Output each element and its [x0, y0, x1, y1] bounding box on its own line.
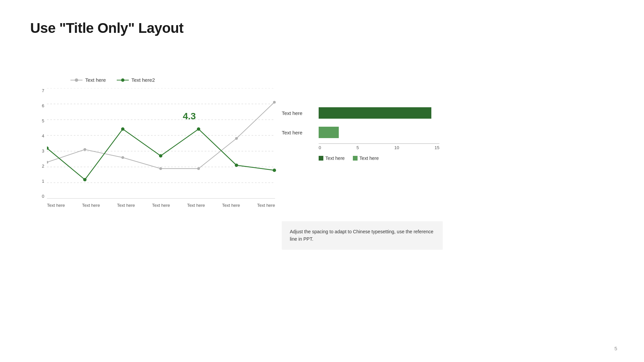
x-label-3: Text here: [152, 203, 170, 208]
x-label-4: Text here: [187, 203, 205, 208]
bar-chart-legend: Text here Text here: [319, 156, 449, 161]
x-label-6: Text here: [257, 203, 275, 208]
bar-legend-item-1: Text here: [319, 156, 345, 161]
page-title: Use "Title Only" Layout: [30, 20, 183, 36]
bar1-fill: [319, 107, 431, 119]
svg-point-14: [273, 101, 276, 104]
line-chart-legend: Text here Text here2: [70, 77, 292, 83]
bar-x-labels: 0 5 10 15: [319, 145, 439, 150]
svg-point-8: [47, 161, 48, 164]
svg-point-18: [159, 154, 162, 158]
note-box: Adjust the spacing to adapt to Chinese t…: [282, 221, 443, 250]
line-chart-container: Text here Text here2 0 1 2 3 4 5 6 7: [30, 77, 292, 238]
bar-x-15: 15: [435, 145, 439, 150]
y-label-7: 7: [30, 88, 47, 93]
line-chart-svg: [47, 88, 288, 202]
bar-x-axis-line: [319, 143, 439, 144]
x-label-0: Text here: [47, 203, 65, 208]
y-label-5: 5: [30, 118, 47, 123]
bar-chart-container: Text here Text here 0 5 10 15 Text here …: [282, 107, 449, 201]
x-label-5: Text here: [222, 203, 240, 208]
bar1-label: Text here: [282, 110, 303, 116]
bar2-fill: [319, 127, 339, 138]
y-label-4: 4: [30, 133, 47, 138]
svg-point-19: [197, 127, 200, 131]
x-label-2: Text here: [117, 203, 135, 208]
bar-legend-sq-dark: [319, 156, 323, 161]
y-label-1: 1: [30, 179, 47, 184]
bar-x-5: 5: [357, 145, 359, 150]
y-label-6: 6: [30, 103, 47, 108]
x-label-1: Text here: [82, 203, 100, 208]
svg-point-9: [84, 148, 86, 151]
bar-legend-label2: Text here: [360, 156, 379, 161]
page-number: 5: [614, 346, 617, 351]
y-label-3: 3: [30, 148, 47, 154]
bar-legend-label1: Text here: [325, 156, 345, 161]
svg-point-17: [121, 127, 124, 131]
bar2-label: Text here: [282, 130, 303, 135]
legend-item-series1: Text here: [70, 77, 106, 83]
annotation-label: 4.3: [183, 111, 196, 122]
svg-point-10: [121, 156, 124, 159]
line-chart-plot: 0 1 2 3 4 5 6 7: [30, 88, 292, 222]
svg-point-12: [197, 167, 200, 170]
y-label-0: 0: [30, 194, 47, 199]
bar-x-0: 0: [319, 145, 321, 150]
y-label-2: 2: [30, 164, 47, 169]
legend-series2-label: Text here2: [131, 77, 155, 83]
bar-legend-item-2: Text here: [353, 156, 379, 161]
bar-row-1: Text here: [319, 107, 449, 119]
legend-series1-label: Text here: [85, 77, 106, 83]
bar-legend-sq-light: [353, 156, 358, 161]
svg-point-11: [159, 167, 162, 170]
svg-point-20: [235, 164, 238, 167]
legend-item-series2: Text here2: [117, 77, 155, 83]
svg-point-21: [273, 169, 276, 172]
svg-point-13: [235, 137, 238, 140]
note-text: Adjust the spacing to adapt to Chinese t…: [290, 228, 435, 243]
bar-x-10: 10: [394, 145, 399, 150]
svg-point-16: [83, 178, 87, 181]
bar-row-2: Text here: [319, 127, 449, 138]
